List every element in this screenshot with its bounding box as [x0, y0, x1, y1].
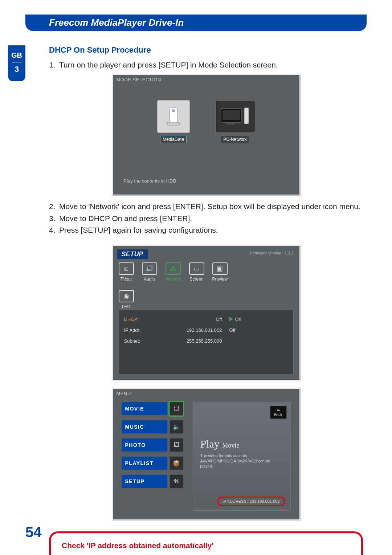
row-ip: IP Addr: 192.168.001.002 Off [124, 325, 288, 335]
tab-led: ◉LED [119, 290, 134, 309]
side-tab-lang: GB [8, 51, 25, 60]
tab-network: 🖧Network [165, 262, 181, 282]
subnet-value: 255.255.255.000 [157, 338, 229, 344]
film-icon: 🎞 [170, 402, 183, 416]
svg-point-1 [172, 109, 175, 112]
page-number: 54 [25, 524, 42, 540]
menu-preview: ⬅ Back Play Movie The video formats such… [193, 402, 291, 511]
dhcp-label: DHCP: [124, 317, 157, 322]
preview-description: The video formats such as AVI/MPG/MPEG/D… [200, 453, 276, 469]
setup-title: SETUP [117, 249, 148, 259]
speaker-icon: 🔈 [170, 420, 183, 434]
tab-tvout: ⎚TVout [119, 262, 134, 282]
tab-preview: ▣Preview [212, 262, 228, 282]
menu-list: MOVIE 🎞 MUSIC 🔈 PHOTO 🖼 PLAYLIST 📦 SETUP [122, 402, 183, 488]
dhcp-value: Off [157, 317, 229, 322]
image-icon: 🖼 [170, 438, 183, 452]
tab-audio: 🔊Audio [142, 262, 157, 282]
screenshot-setup: SETUP Firmware Version : 1.3.1 ⎚TVout 🔊A… [112, 245, 301, 381]
preview-title: Play Movie [200, 438, 240, 450]
menu-item-playlist: PLAYLIST 📦 [122, 456, 183, 470]
side-tab: GB 3 [8, 45, 25, 81]
side-tab-chapter: 3 [8, 65, 25, 74]
row-dhcp: DHCP: Off On [124, 314, 288, 325]
ip-address-highlight: IP ADDRESS : 192.168.001.002 [217, 497, 285, 506]
arrow-left-icon: ⬅ [277, 408, 280, 412]
step-4: 4.Press [SETUP] again for saving configu… [49, 225, 363, 235]
mode-icon-pcnetwork: PC-Network [215, 100, 255, 142]
subnet-label: Subnet: [124, 338, 157, 344]
box-icon: 📦 [170, 456, 183, 470]
triangle-right-icon [229, 317, 233, 321]
svg-rect-4 [222, 110, 240, 120]
screenshot-menu: MENU MOVIE 🎞 MUSIC 🔈 PHOTO 🖼 PLAYLIST 📦 [112, 388, 301, 521]
dhcp-option-on: On [229, 317, 258, 322]
mode-selection-title: MODE SELECTION [117, 77, 161, 82]
header-title: Freecom MediaPlayer Drive-In [49, 17, 184, 28]
warning-box: Check 'IP address obtained automatically… [49, 531, 363, 555]
firmware-version: Firmware Version : 1.3.1 [250, 251, 293, 255]
row-subnet: Subnet: 255.255.255.000 [124, 335, 288, 346]
pcnetwork-label: PC-Network [221, 136, 249, 143]
page-header: Freecom MediaPlayer Drive-In [25, 15, 367, 31]
content-area: DHCP On Setup Procedure 1.Turn on the pl… [49, 45, 363, 555]
back-button: ⬅ Back [270, 406, 287, 419]
menu-item-music: MUSIC 🔈 [122, 420, 183, 434]
menu-title: MENU [117, 391, 131, 396]
tab-screen: ▭Screen [189, 262, 204, 282]
ip-label: IP Addr: [124, 327, 157, 333]
mediagate-label: MediaGate [160, 136, 186, 143]
pcnetwork-icon [215, 100, 255, 133]
setup-tabs: ⎚TVout 🔊Audio 🖧Network ▭Screen ▣Preview [119, 262, 294, 282]
section-title: DHCP On Setup Procedure [49, 45, 363, 55]
menu-item-photo: PHOTO 🖼 [122, 438, 183, 452]
screenshot-mode-selection: MODE SELECTION MediaGate PC-Network Play… [112, 74, 301, 196]
svg-rect-2 [167, 122, 180, 125]
step-1: 1.Turn on the player and press [SETUP] i… [49, 60, 363, 70]
mode-status-text: Play the contents in HDD [124, 178, 176, 184]
tools-icon: 🛠 [170, 474, 183, 488]
svg-rect-6 [244, 108, 249, 124]
step-2: 2.Move to 'Network' icon and press [ENTE… [49, 201, 363, 212]
side-tab-divider [12, 62, 21, 62]
step-3: 3.Move to DHCP On and press [ENTER]. [49, 213, 363, 224]
mediagate-icon [157, 100, 190, 133]
mode-icon-mediagate: MediaGate [157, 100, 190, 142]
menu-item-movie: MOVIE 🎞 [122, 402, 183, 416]
menu-item-setup: SETUP 🛠 [122, 474, 183, 488]
svg-rect-5 [228, 122, 235, 125]
ip-value: 192.168.001.002 [157, 327, 229, 333]
dhcp-option-off: Off [229, 327, 258, 333]
setup-panel: DHCP: Off On IP Addr: 192.168.001.002 Of… [119, 310, 294, 374]
warning-title: Check 'IP address obtained automatically… [62, 541, 350, 550]
